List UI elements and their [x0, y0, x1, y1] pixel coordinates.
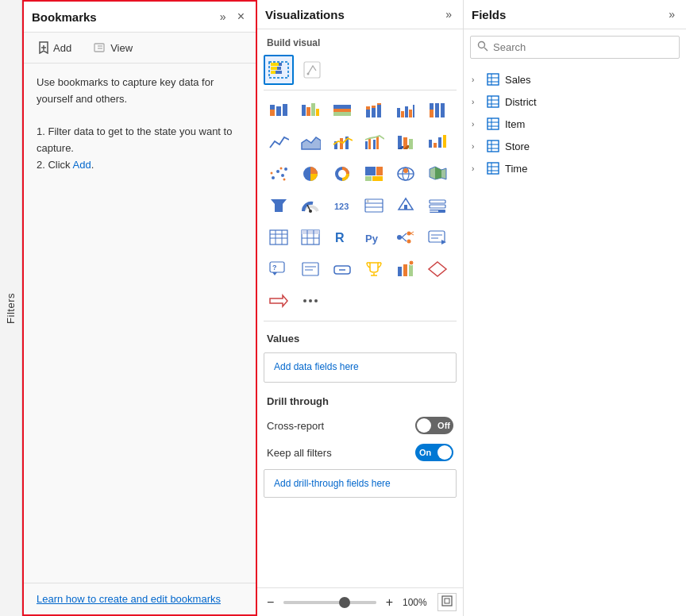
svg-marker-113 [272, 272, 277, 275]
svg-rect-19 [306, 107, 310, 116]
viz-header: Visualizations » [257, 0, 463, 29]
zoom-thumb[interactable] [339, 597, 350, 608]
zoom-minus-btn[interactable]: − [264, 595, 277, 610]
cross-report-label: Cross-report [267, 420, 324, 432]
viz-icon-filled-map[interactable] [422, 159, 453, 189]
field-item-sales[interactable]: › Sales [464, 68, 686, 90]
viz-icon-write[interactable] [297, 55, 327, 85]
viz-footer: − + 100% [257, 587, 463, 616]
drill-drop-zone[interactable]: Add drill-through fields here [264, 469, 457, 498]
viz-icon-ribbon[interactable] [391, 127, 421, 157]
viz-icon-gauge[interactable] [295, 191, 326, 221]
svg-text:≡: ≡ [367, 198, 369, 203]
viz-icon-donut[interactable] [327, 159, 357, 189]
viz-icon-bar-custom[interactable] [391, 254, 421, 284]
viz-icon-clustered-col[interactable] [391, 95, 421, 125]
svg-line-103 [402, 237, 407, 241]
viz-icon-r-script[interactable]: R [327, 222, 357, 252]
svg-rect-134 [445, 599, 449, 603]
sales-chevron-icon: › [472, 75, 481, 84]
viz-icon-100bar[interactable] [327, 95, 357, 125]
viz-icon-trophy[interactable] [359, 254, 389, 284]
viz-icon-button[interactable] [327, 254, 357, 284]
svg-rect-30 [377, 103, 381, 105]
values-label: Values [264, 326, 457, 349]
viz-icon-matrix[interactable] [295, 222, 326, 252]
svg-rect-39 [441, 103, 445, 117]
keep-filters-toggle[interactable]: On [415, 444, 453, 461]
viz-icon-line-clustered[interactable] [359, 127, 389, 157]
fields-expand-btn[interactable]: » [665, 6, 678, 22]
viz-icon-100col[interactable] [422, 95, 453, 125]
field-label-sales: Sales [505, 74, 531, 86]
viz-icon-slicer[interactable] [422, 191, 453, 221]
bookmarks-help-link[interactable]: Learn how to create and edit bookmarks [37, 593, 221, 605]
svg-rect-153 [488, 163, 499, 174]
viz-icon-col[interactable] [359, 95, 389, 125]
viz-icon-smart-narrative[interactable] [422, 222, 453, 252]
svg-rect-6 [271, 67, 277, 70]
viz-icon-table-viz[interactable] [264, 222, 294, 252]
fields-panel: Fields » › [464, 0, 686, 616]
viz-icon-line-stacked[interactable] [327, 127, 357, 157]
viz-icon-funnel[interactable] [264, 191, 294, 221]
bookmarks-expand-btn[interactable]: » [217, 9, 229, 25]
field-item-store[interactable]: › Store [464, 135, 686, 157]
svg-text:Py: Py [365, 233, 379, 244]
svg-rect-44 [365, 141, 368, 149]
viz-icon-arrow[interactable] [264, 286, 294, 316]
bookmarks-toolbar: Add View [24, 33, 256, 64]
svg-point-135 [479, 42, 485, 48]
viz-icon-diamond[interactable] [422, 254, 453, 284]
zoom-fit-btn[interactable] [437, 593, 457, 611]
svg-rect-141 [488, 96, 499, 107]
cross-report-toggle[interactable]: Off [415, 417, 453, 434]
viz-icon-kpi[interactable] [391, 191, 421, 221]
viz-icon-map[interactable] [391, 159, 421, 189]
viz-icon-area[interactable] [295, 127, 326, 157]
svg-rect-124 [398, 267, 402, 276]
viz-icon-scatter[interactable] [264, 159, 294, 189]
field-item-time[interactable]: › Time [464, 157, 686, 179]
viz-icon-more[interactable] [295, 286, 326, 316]
svg-marker-128 [429, 262, 446, 276]
values-drop-zone[interactable]: Add data fields here [264, 352, 457, 383]
bookmarks-add-btn[interactable]: Add [33, 39, 76, 56]
viz-icon-text-box[interactable] [295, 254, 326, 284]
bookmarks-view-btn[interactable]: View [89, 40, 137, 56]
viz-expand-btn[interactable]: » [442, 6, 455, 22]
field-item-item[interactable]: › Item [464, 113, 686, 135]
viz-icon-card[interactable]: 123 [327, 191, 357, 221]
svg-point-131 [309, 299, 312, 302]
svg-rect-22 [333, 105, 351, 109]
field-item-district[interactable]: › District [464, 90, 686, 113]
viz-icon-line[interactable] [264, 127, 294, 157]
cross-report-knob [417, 418, 431, 433]
svg-rect-149 [488, 141, 499, 152]
svg-rect-2 [94, 44, 104, 52]
search-input[interactable] [493, 41, 673, 53]
zoom-plus-btn[interactable]: + [383, 595, 396, 610]
viz-icon-python[interactable]: Py [359, 222, 389, 252]
bookmarks-close-btn[interactable]: × [234, 8, 248, 25]
svg-rect-29 [377, 105, 381, 117]
svg-rect-70 [372, 176, 383, 181]
field-label-item: Item [505, 118, 525, 130]
viz-icon-stacked-bar[interactable] [264, 95, 294, 125]
svg-line-136 [484, 48, 488, 51]
fields-title: Fields [472, 8, 665, 21]
svg-point-62 [280, 167, 283, 170]
viz-icon-qa[interactable]: ? [264, 254, 294, 284]
viz-icon-multirow-card[interactable]: ≡ [359, 191, 389, 221]
desc-line3-suffix: . [91, 159, 94, 171]
viz-icon-clustered-bar[interactable] [295, 95, 326, 125]
viz-icon-decomp-tree[interactable] [391, 222, 421, 252]
zoom-slider[interactable] [283, 601, 376, 604]
svg-rect-55 [438, 137, 441, 148]
desc-add-link[interactable]: Add [73, 159, 91, 171]
viz-icon-treemap[interactable] [359, 159, 389, 189]
write-viz-svg [302, 60, 322, 80]
viz-icon-waterfall[interactable] [422, 127, 453, 157]
viz-icon-stacked-bar-active[interactable] [264, 55, 294, 85]
viz-icon-pie[interactable] [295, 159, 326, 189]
